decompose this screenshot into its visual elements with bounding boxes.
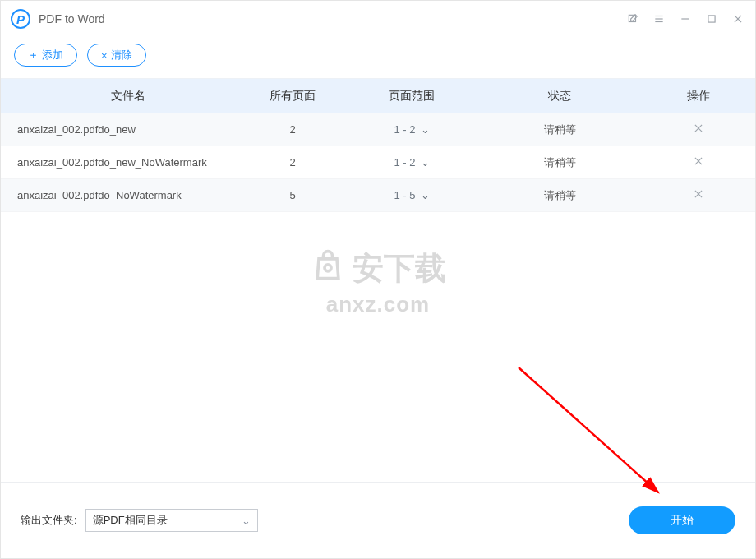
- svg-line-15: [519, 367, 658, 492]
- edit-icon[interactable]: [625, 12, 640, 26]
- maximize-icon[interactable]: [704, 12, 719, 26]
- minimize-icon[interactable]: [678, 12, 693, 26]
- file-table: 文件名 所有页面 页面范围 状态 操作 anxaizai_002.pdfdo_n…: [1, 78, 755, 212]
- watermark-cn: 安下载: [353, 251, 446, 285]
- titlebar: P PDF to Word: [1, 1, 755, 37]
- app-logo: P: [11, 9, 30, 29]
- bag-icon: [310, 248, 346, 292]
- svg-rect-5: [708, 16, 715, 22]
- output-folder-label: 输出文件夹:: [21, 513, 77, 528]
- window-controls: [625, 12, 745, 26]
- table-row: anxaizai_002.pdfdo_new_NoWatermark 2 1 -…: [1, 146, 755, 179]
- clear-button[interactable]: × 清除: [87, 44, 146, 67]
- plus-icon: ＋: [28, 48, 39, 62]
- start-button[interactable]: 开始: [629, 506, 735, 534]
- table-header: 文件名 所有页面 页面范围 状态 操作: [1, 79, 755, 113]
- chevron-down-icon: ⌄: [242, 515, 251, 527]
- add-button-label: 添加: [42, 48, 63, 62]
- cell-pages: 2: [239, 123, 346, 136]
- footer: 输出文件夹: 源PDF相同目录 ⌄ 开始: [1, 483, 755, 558]
- chevron-down-icon: ⌄: [421, 156, 430, 169]
- cell-filename: anxaizai_002.pdfdo_new_NoWatermark: [1, 156, 239, 169]
- delete-row-icon[interactable]: [693, 188, 704, 200]
- cell-pages: 5: [239, 189, 346, 201]
- clear-button-label: 清除: [111, 48, 132, 62]
- cell-pages: 2: [239, 156, 346, 169]
- table-row: anxaizai_002.pdfdo_NoWatermark 5 1 - 5⌄ …: [1, 179, 755, 212]
- cell-filename: anxaizai_002.pdfdo_new: [1, 123, 239, 136]
- watermark-domain: anxz.com: [310, 292, 446, 317]
- table-row: anxaizai_002.pdfdo_new 2 1 - 2⌄ 请稍等: [1, 113, 755, 146]
- chevron-down-icon: ⌄: [421, 123, 430, 136]
- header-status: 状态: [477, 89, 642, 104]
- header-pages: 所有页面: [239, 89, 346, 104]
- cell-status: 请稍等: [477, 122, 642, 137]
- svg-point-14: [325, 265, 331, 271]
- cell-range[interactable]: 1 - 2⌄: [346, 156, 477, 169]
- header-range: 页面范围: [346, 89, 477, 104]
- menu-icon[interactable]: [652, 12, 666, 26]
- x-icon: ×: [101, 49, 108, 62]
- toolbar: ＋ 添加 × 清除: [1, 37, 755, 78]
- cell-status: 请稍等: [477, 188, 642, 203]
- cell-action: [642, 188, 755, 202]
- cell-range[interactable]: 1 - 5⌄: [346, 189, 477, 201]
- cell-action: [642, 155, 755, 169]
- cell-filename: anxaizai_002.pdfdo_NoWatermark: [1, 189, 239, 201]
- output-folder-value: 源PDF相同目录: [93, 513, 168, 528]
- watermark: 安下载 anxz.com: [310, 247, 446, 317]
- add-button[interactable]: ＋ 添加: [14, 44, 77, 67]
- cell-range[interactable]: 1 - 2⌄: [346, 123, 477, 136]
- app-title: PDF to Word: [39, 12, 105, 25]
- cell-action: [642, 122, 755, 136]
- cell-status: 请稍等: [477, 155, 642, 170]
- delete-row-icon[interactable]: [693, 122, 704, 134]
- header-action: 操作: [642, 89, 755, 104]
- header-filename: 文件名: [1, 89, 239, 104]
- delete-row-icon[interactable]: [693, 155, 704, 167]
- chevron-down-icon: ⌄: [421, 189, 430, 201]
- close-icon[interactable]: [731, 12, 745, 26]
- output-folder-select[interactable]: 源PDF相同目录 ⌄: [85, 509, 258, 532]
